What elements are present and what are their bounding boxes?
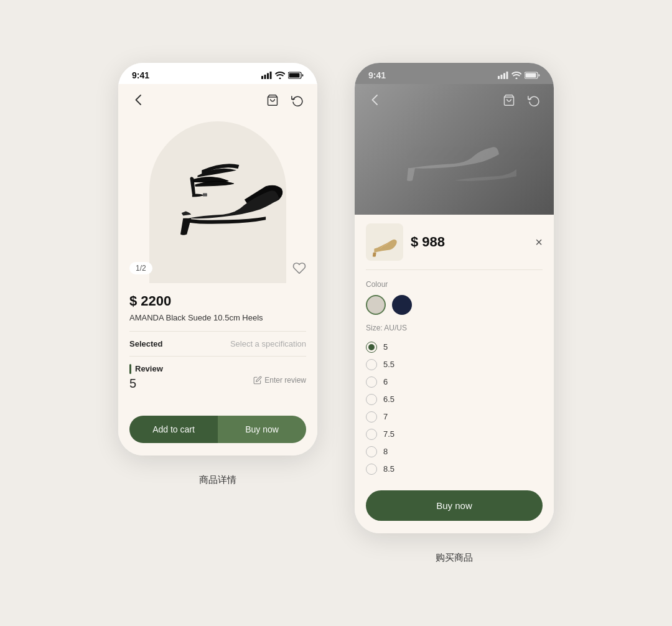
svg-rect-0	[261, 76, 263, 79]
phone2-label: 购买商品	[436, 552, 473, 564]
share-icon-2[interactable]	[525, 91, 543, 109]
size-label-7: 7	[383, 412, 388, 421]
svg-rect-10	[503, 73, 505, 79]
buy-now-button[interactable]: Buy now	[366, 490, 543, 521]
cart-icon-2[interactable]	[500, 91, 518, 109]
radio-7	[366, 411, 377, 423]
wishlist-button[interactable]	[292, 261, 306, 277]
sheet-header: $ 988 ×	[366, 215, 543, 270]
radio-5	[366, 342, 377, 353]
svg-rect-5	[289, 73, 300, 77]
wifi-icon	[275, 72, 285, 79]
size-section: Size: AU/US 5 5.5 6	[366, 324, 543, 478]
spec-row[interactable]: Selected Select a specification	[129, 331, 306, 356]
product-name: AMANDA Black Suede 10.5cm Heels	[129, 313, 306, 322]
phone2: 9:41	[355, 63, 554, 533]
share-icon[interactable]	[289, 91, 306, 109]
cart-actions: Add to cart Buy now	[118, 407, 317, 455]
radio-85	[366, 464, 377, 475]
edit-icon	[253, 376, 262, 385]
product-image-area: 1/2	[118, 84, 317, 283]
colour-options	[366, 295, 543, 315]
svg-rect-1	[264, 75, 266, 79]
size-label-8: 8	[383, 447, 388, 456]
status-bar-1: 9:41	[118, 63, 317, 84]
status-time-1: 9:41	[132, 70, 149, 80]
size-label-85: 8.5	[383, 464, 394, 474]
phone1: 9:41	[118, 63, 317, 455]
product-shoe-image	[143, 121, 292, 246]
selected-label: Selected	[129, 339, 162, 348]
radio-65	[366, 394, 377, 405]
product-price: $ 2200	[129, 293, 306, 309]
size-section-title: Size: AU/US	[366, 324, 543, 332]
radio-75	[366, 429, 377, 440]
close-button[interactable]: ×	[535, 236, 543, 248]
colour-navy-option[interactable]	[392, 295, 412, 315]
colour-beige-option[interactable]	[366, 295, 386, 315]
svg-rect-8	[498, 76, 500, 79]
signal-icon-2	[498, 72, 508, 79]
svg-rect-3	[270, 72, 272, 79]
size-label-65: 6.5	[383, 395, 394, 404]
phone1-column: 9:41	[118, 63, 317, 486]
cart-icon[interactable]	[264, 91, 281, 109]
size-option-8[interactable]: 8	[366, 443, 543, 460]
sheet-price: $ 988	[411, 234, 528, 250]
wifi-icon-2	[511, 72, 521, 79]
svg-rect-11	[506, 72, 508, 79]
back-button-2[interactable]	[366, 91, 383, 109]
radio-6	[366, 376, 377, 388]
review-header: Review	[129, 364, 306, 374]
radio-55	[366, 359, 377, 370]
size-option-5[interactable]: 5	[366, 339, 543, 356]
nav-icons	[118, 91, 317, 109]
signal-icon	[261, 72, 272, 79]
size-option-6[interactable]: 6	[366, 373, 543, 391]
back-button[interactable]	[129, 91, 147, 109]
thumbnail-shoe	[369, 227, 400, 258]
phone2-column: 9:41	[355, 63, 554, 564]
status-icons-2	[498, 72, 540, 79]
phone2-shoe-hint	[392, 112, 516, 187]
size-option-75[interactable]: 7.5	[366, 426, 543, 443]
image-counter: 1/2	[129, 262, 152, 274]
size-option-65[interactable]: 6.5	[366, 391, 543, 408]
enter-review-label: Enter review	[264, 376, 306, 385]
status-time-2: 9:41	[368, 70, 386, 80]
bottom-sheet: $ 988 × Colour Size: AU/US	[355, 215, 554, 533]
size-label-5: 5	[383, 342, 388, 352]
enter-review-button[interactable]: Enter review	[253, 376, 306, 385]
buy-now-button-main[interactable]: Buy now	[218, 416, 306, 443]
radio-8	[366, 446, 377, 457]
size-label-55: 5.5	[383, 360, 394, 369]
status-bar-2: 9:41	[355, 63, 554, 84]
add-to-cart-button[interactable]: Add to cart	[129, 416, 218, 443]
phone2-image-area	[355, 84, 554, 215]
size-option-85[interactable]: 8.5	[366, 460, 543, 478]
review-title: Review	[135, 364, 163, 373]
svg-rect-2	[267, 73, 269, 79]
phone1-label: 商品详情	[199, 474, 236, 486]
review-section: Review 5 Enter review	[129, 356, 306, 397]
product-info: $ 2200 AMANDA Black Suede 10.5cm Heels S…	[118, 283, 317, 407]
review-bar-accent	[129, 364, 131, 374]
svg-rect-7	[203, 193, 207, 196]
svg-rect-13	[526, 73, 536, 77]
product-thumbnail	[366, 223, 403, 261]
size-option-55[interactable]: 5.5	[366, 356, 543, 373]
battery-icon-2	[525, 72, 540, 79]
size-label-75: 7.5	[383, 429, 394, 439]
battery-icon	[288, 72, 304, 79]
size-option-7[interactable]: 7	[366, 408, 543, 426]
size-label-6: 6	[383, 377, 388, 386]
phone2-nav-icons	[355, 91, 554, 109]
status-icons-1	[261, 72, 304, 79]
colour-section-title: Colour	[366, 280, 543, 289]
svg-rect-9	[501, 75, 503, 79]
page-wrapper: 9:41	[118, 63, 554, 564]
colour-section: Colour	[366, 280, 543, 315]
spec-placeholder: Select a specification	[230, 339, 306, 348]
